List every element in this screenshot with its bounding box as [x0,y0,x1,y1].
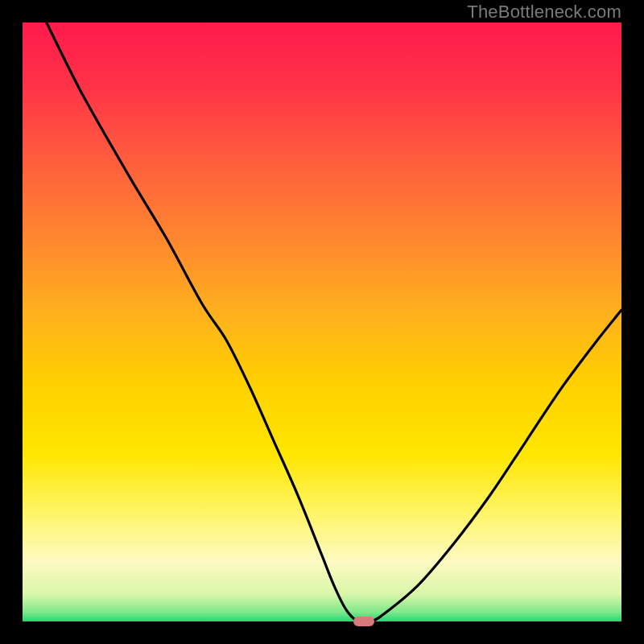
watermark-text: TheBottleneck.com [467,2,621,23]
optimal-marker [353,617,375,626]
bottleneck-curve [0,0,644,644]
chart-frame: TheBottleneck.com [0,0,644,644]
